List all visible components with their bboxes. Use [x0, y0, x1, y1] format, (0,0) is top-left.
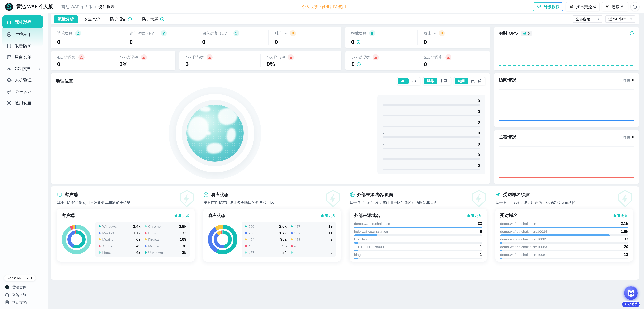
- geo-toggle-2-1[interactable]: 仅拦截: [468, 78, 484, 84]
- legend-value: 11: [328, 231, 332, 235]
- tab-label: 防护报告: [110, 16, 126, 22]
- breadcrumb-root[interactable]: 雷池 WAF 个人版: [62, 4, 92, 10]
- community-button[interactable]: 技术交流群: [566, 2, 600, 11]
- geo-toggle-2-0[interactable]: 访问: [455, 78, 468, 84]
- view-more-link[interactable]: 查看更多: [320, 213, 336, 218]
- bar-row: demo.waf-ce.chaitin.cn:100841.8k: [500, 229, 628, 236]
- refresh-icon[interactable]: [629, 31, 634, 36]
- tab-3[interactable]: 防护大屏: [138, 15, 168, 23]
- legend-value: 2.0k: [279, 224, 286, 228]
- intercept-title: 拦截情况: [499, 134, 516, 140]
- geo-rank-row-0: -0: [383, 98, 480, 106]
- sidebar-link-1[interactable]: 采购咨询: [3, 291, 46, 298]
- bar-value: 6: [480, 229, 482, 234]
- legend-dot: [98, 238, 100, 240]
- bar-value: 1: [480, 237, 482, 241]
- sidebar-link-label: 帮助文档: [12, 300, 27, 305]
- legend-dot: [245, 238, 247, 240]
- legend-value: 352: [280, 238, 286, 242]
- sidebar-item-2[interactable]: 攻击防护: [2, 40, 43, 52]
- geo-rank-label: -: [383, 120, 384, 124]
- stat-2-0: 4xx 错误数0: [51, 54, 113, 67]
- connect-ai-button[interactable]: A\ 连接 AI: [602, 2, 628, 11]
- version-badge: Version 9.2.1: [4, 275, 36, 281]
- donut-chart: [208, 225, 238, 254]
- geo-rank-row-1: -0: [383, 109, 480, 116]
- sidebar-item-0[interactable]: 统计报表: [2, 16, 43, 28]
- stat-value: 0: [424, 61, 427, 67]
- user-group-icon: [234, 30, 240, 36]
- qps-badge-value: 0: [528, 31, 530, 35]
- legend-dot: [144, 225, 146, 227]
- shield-check-icon: [6, 32, 12, 37]
- section-1: 响应状态按 HTTP 状态码统计各类响应的数量和占比响应状态查看更多2002.0…: [203, 192, 341, 275]
- view-more-link[interactable]: 查看更多: [467, 213, 482, 218]
- stat-0-3: 独立 IPIP0: [268, 30, 341, 45]
- sidebar-item-3[interactable]: 黑白名单: [2, 52, 43, 63]
- tab-0[interactable]: 流量分析: [54, 15, 78, 23]
- sidebar-item-5[interactable]: 人机验证: [2, 74, 43, 86]
- breadcrumb-current: 统计报表: [98, 4, 115, 10]
- time-range-select[interactable]: 近 24 小时 ▾: [606, 16, 635, 23]
- visit-zero-line: [499, 120, 634, 121]
- stat-label: 独立访客（UV）: [202, 31, 231, 36]
- legend-row: 4683: [291, 238, 332, 242]
- section-card-title: 外部来源域名: [354, 212, 380, 219]
- sidebar-item-1[interactable]: 防护应用: [2, 29, 43, 40]
- legend-label: -: [294, 244, 296, 248]
- section-card: 受访域名查看更多demo.waf-ce.chaitin.cn2.1kdemo.w…: [496, 208, 633, 262]
- legend-row: 40395: [245, 244, 287, 248]
- legend-dot: [291, 232, 293, 234]
- view-more-link[interactable]: 查看更多: [174, 213, 190, 218]
- geo-toggle-1-1[interactable]: 中国: [437, 78, 450, 84]
- geo-rank-label: -: [383, 153, 384, 157]
- stat-card-0: 请求次数0访问次数（PV）0独立访客（UV）0独立 IPIP0: [51, 27, 341, 48]
- legend-value: 2.4k: [133, 224, 140, 228]
- geo-toggle-0-1[interactable]: 2D: [408, 78, 419, 84]
- stat-2-1: 4xx 错误率0%: [113, 54, 176, 67]
- stat-1-0: 拦截次数0: [345, 30, 417, 45]
- sidebar-item-4[interactable]: CC 防护›: [2, 63, 43, 74]
- stat-value: 0: [351, 39, 354, 45]
- tab-2[interactable]: 防护报告: [106, 15, 136, 23]
- bar-label: demo.waf-ce.chaitin.cn:10083: [500, 245, 547, 249]
- warning-triangle-icon: [445, 54, 451, 60]
- ai-assistant-button[interactable]: AI 小助手: [621, 286, 641, 307]
- upgrade-license-button[interactable]: 升级授权: [533, 2, 563, 11]
- logout-button[interactable]: [630, 2, 639, 11]
- app-header: 雷池 WAF 个人版 雷池 WAF 个人版 › 统计报表 个人版禁止商业用途使用…: [0, 0, 644, 14]
- legend-row: 50211: [291, 231, 332, 235]
- geo-toggle-0-0[interactable]: 3D: [398, 78, 408, 84]
- donut-legend: 2002.0k2061.7k40435240395467844671950211…: [242, 222, 336, 257]
- chevron-down-icon: ▾: [598, 18, 599, 21]
- attack-log-icon: [6, 43, 12, 48]
- tab-label: 防护大屏: [142, 16, 158, 22]
- sidebar-link-2[interactable]: 帮助文档: [3, 298, 46, 306]
- legend-value: 3.8k: [179, 224, 186, 228]
- intercept-chart: [499, 144, 634, 180]
- time-range-value: 近 24 小时: [608, 16, 626, 22]
- legend-value: 69: [136, 238, 140, 242]
- bar-row: link.zhihu.com1: [354, 237, 482, 244]
- legend-label: Android: [102, 244, 114, 248]
- sidebar-link-0[interactable]: 雷池官网: [3, 283, 46, 291]
- legend-dot: [144, 238, 146, 240]
- app-filter-select[interactable]: 全部应用 ▾: [572, 16, 602, 23]
- ai-assistant-label: AI 小助手: [622, 301, 640, 307]
- legend-row: -0: [291, 244, 332, 248]
- sidebar-item-7[interactable]: 通用设置: [2, 97, 43, 109]
- info-icon[interactable]: [356, 40, 360, 44]
- globe-visualization[interactable]: [186, 104, 244, 162]
- info-icon[interactable]: [357, 62, 361, 66]
- stat-card-2: 4xx 错误数04xx 错误率0%: [51, 51, 176, 70]
- view-more-link[interactable]: 查看更多: [613, 213, 628, 218]
- legend-row: 2061.7k: [245, 231, 287, 235]
- section-2: 外部来源域名/页面基于 Referer 字段，统计用户访问前所在的网站和页面外部…: [349, 192, 487, 275]
- detail-sections-panel: 客户端基于 UA 解析识别用户设备类型和浏览器信息客户端查看更多Windows2…: [51, 186, 639, 280]
- warning-triangle-icon: [288, 54, 294, 60]
- sidebar-item-6[interactable]: 身份认证: [2, 86, 43, 97]
- geo-toggle-1-0[interactable]: 世界: [424, 78, 437, 84]
- legend-value: 42: [136, 250, 140, 254]
- warning-triangle-icon: [141, 54, 147, 60]
- tab-1[interactable]: 安全态势: [80, 15, 104, 23]
